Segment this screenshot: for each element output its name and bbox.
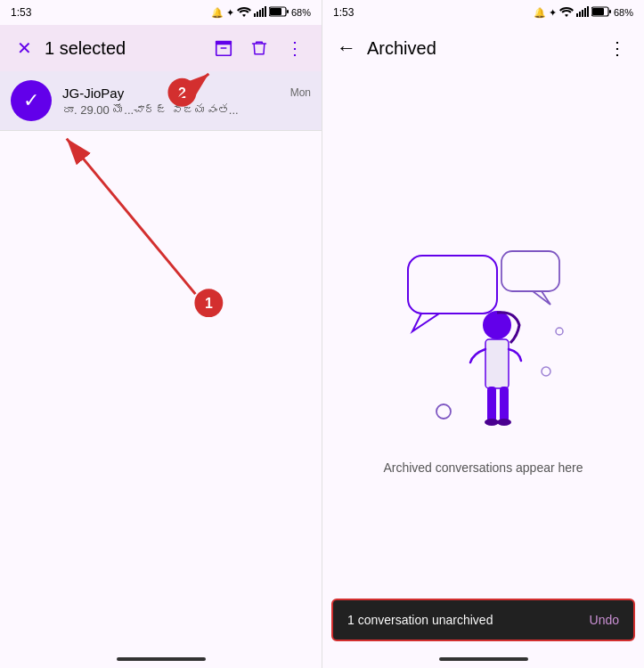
home-bar-left — [117, 657, 206, 661]
time-right: 1:53 — [333, 6, 354, 19]
svg-rect-1 — [257, 12, 258, 17]
status-icons-right: 🔔 ✦ 68% — [534, 6, 633, 19]
delete-button[interactable] — [243, 32, 275, 64]
svg-rect-18 — [579, 12, 581, 17]
svg-rect-6 — [270, 8, 281, 15]
page-title: Archived — [367, 38, 601, 59]
undo-button[interactable]: Undo — [590, 613, 619, 627]
wifi-icon — [237, 6, 251, 19]
empty-state-text: Archived conversations appear here — [383, 460, 583, 475]
svg-rect-27 — [501, 251, 559, 291]
wifi-icon-right — [559, 6, 574, 19]
svg-marker-28 — [533, 291, 550, 305]
home-indicator-left — [0, 650, 322, 668]
bluetooth-icon: ✦ — [226, 7, 234, 19]
bluetooth-icon-right: ✦ — [549, 7, 557, 19]
more-button-left[interactable]: ⋮ — [279, 32, 311, 64]
svg-rect-24 — [609, 10, 611, 13]
status-bar-left: 1:53 🔔 ✦ 68% — [0, 0, 322, 25]
top-bar-left: ✕ 1 selected ⋮ — [0, 25, 322, 71]
svg-rect-7 — [287, 10, 289, 13]
snackbar: 1 conversation unarchived Undo — [331, 599, 635, 641]
svg-rect-34 — [487, 387, 496, 422]
svg-rect-25 — [408, 256, 497, 314]
conversation-time: Mon — [290, 86, 311, 99]
conversation-header: JG-JioPay Mon — [62, 86, 311, 101]
svg-point-32 — [483, 311, 511, 339]
svg-point-30 — [542, 367, 550, 376]
svg-rect-23 — [592, 8, 604, 15]
svg-rect-0 — [254, 13, 256, 17]
signal-icon — [254, 6, 266, 19]
svg-rect-4 — [265, 6, 266, 17]
battery-percent-right: 68% — [614, 7, 633, 18]
archive-button[interactable] — [208, 32, 240, 64]
home-bar-right — [439, 657, 528, 661]
svg-point-37 — [497, 419, 511, 426]
battery-icon — [269, 6, 289, 19]
selected-count: 1 selected — [45, 38, 208, 59]
svg-point-31 — [556, 328, 563, 335]
empty-illustration — [395, 247, 573, 443]
time-left: 1:53 — [11, 6, 31, 19]
battery-icon-right — [591, 6, 611, 19]
avatar: ✓ — [11, 80, 52, 121]
conversation-item[interactable]: ✓ JG-JioPay Mon రూ. 29.00 యొ...చార్జ్ వి… — [0, 71, 322, 131]
svg-rect-35 — [500, 387, 509, 422]
svg-rect-2 — [259, 10, 261, 17]
right-panel: 1:53 🔔 ✦ 68% ← Archived ⋮ — [322, 0, 644, 668]
svg-marker-26 — [412, 314, 439, 331]
close-button[interactable]: ✕ — [11, 35, 37, 61]
svg-rect-33 — [485, 339, 509, 388]
signal-icon-right — [576, 6, 589, 19]
svg-point-29 — [436, 404, 451, 419]
status-icons-left: 🔔 ✦ 68% — [211, 6, 311, 19]
svg-point-36 — [485, 419, 499, 426]
left-panel: 1:53 🔔 ✦ 68% ✕ 1 selected — [0, 0, 322, 668]
home-indicator-right — [322, 650, 644, 668]
status-bar-right: 1:53 🔔 ✦ 68% — [322, 0, 644, 25]
svg-rect-21 — [587, 6, 589, 17]
top-bar-actions: ⋮ — [208, 32, 311, 64]
svg-rect-3 — [262, 8, 264, 17]
checkmark-icon: ✓ — [23, 89, 39, 112]
snackbar-message: 1 conversation unarchived — [347, 613, 493, 627]
back-button[interactable]: ← — [333, 35, 360, 61]
conversation-name: JG-JioPay — [62, 86, 124, 101]
conversation-preview: రూ. 29.00 యొ...చార్జ్ విజయవంత... — [62, 103, 311, 117]
empty-state: Archived conversations appear here — [322, 71, 644, 650]
notification-icon: 🔔 — [211, 7, 224, 19]
top-bar-right: ← Archived ⋮ — [322, 25, 644, 71]
more-button-right[interactable]: ⋮ — [601, 32, 633, 64]
svg-rect-19 — [582, 10, 583, 17]
svg-rect-20 — [584, 8, 586, 17]
conversation-content: JG-JioPay Mon రూ. 29.00 యొ...చార్జ్ విజయ… — [62, 86, 311, 117]
battery-percent-left: 68% — [291, 7, 311, 18]
notification-icon-right: 🔔 — [534, 7, 546, 19]
svg-rect-17 — [576, 13, 578, 17]
